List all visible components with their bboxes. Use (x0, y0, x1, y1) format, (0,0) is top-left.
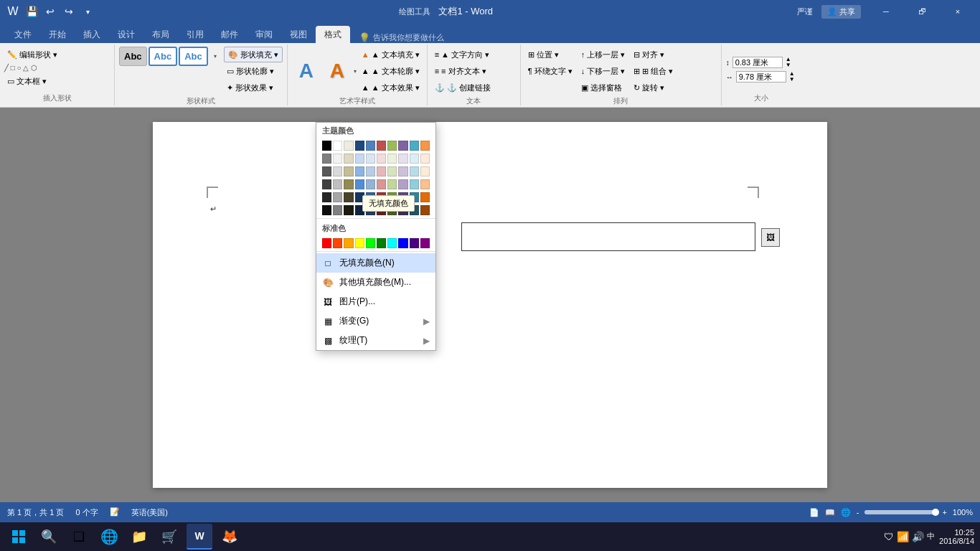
color-swatch[interactable] (355, 141, 364, 151)
standard-color-swatch[interactable] (344, 238, 353, 248)
texture-item[interactable]: ▩ 纹理(T) ▶ (316, 331, 435, 350)
other-fill-item[interactable]: 🎨 其他填充颜色(M)... (316, 273, 435, 292)
color-swatch[interactable] (366, 154, 375, 164)
word-taskbar-btn[interactable]: W (187, 524, 212, 550)
view-web[interactable]: 🌐 (841, 508, 851, 517)
tab-design[interactable]: 设计 (109, 26, 143, 43)
color-swatch[interactable] (344, 192, 353, 202)
help-btn[interactable]: 严谨 (797, 6, 813, 17)
view-normal[interactable]: 📄 (809, 508, 819, 517)
picture-item[interactable]: 🖼 图片(P)... (316, 292, 435, 311)
color-swatch[interactable] (377, 179, 386, 189)
color-swatch[interactable] (366, 166, 375, 176)
no-fill-item[interactable]: □ 无填充颜色(N) (316, 253, 435, 273)
undo-icon[interactable]: ↩ (43, 4, 57, 19)
color-swatch[interactable] (322, 179, 331, 189)
color-swatch[interactable] (366, 179, 375, 189)
color-swatch[interactable] (387, 154, 397, 164)
color-swatch[interactable] (355, 179, 364, 189)
color-swatch[interactable] (377, 141, 386, 151)
share-btn[interactable]: 👤 共享 (821, 5, 861, 19)
color-swatch[interactable] (377, 154, 386, 164)
color-swatch[interactable] (322, 166, 331, 176)
edge-btn[interactable]: 🌐 (96, 524, 122, 550)
color-swatch[interactable] (377, 166, 386, 176)
proofing-icon[interactable]: 📝 (110, 507, 120, 518)
width-spinner[interactable]: ▲ ▼ (789, 71, 795, 83)
redo-icon[interactable]: ↪ (62, 4, 76, 19)
wrap-text-btn[interactable]: ¶ 环绕文字 ▾ (525, 63, 575, 79)
text-outline-btn[interactable]: ▲ ▲ 文本轮廓 ▾ (359, 63, 423, 79)
zoom-out-icon[interactable]: - (857, 508, 859, 517)
color-swatch[interactable] (398, 179, 407, 189)
search-box[interactable]: 告诉我你想要做什么 (373, 32, 444, 43)
color-swatch[interactable] (333, 205, 342, 215)
zoom-slider[interactable] (864, 510, 936, 514)
standard-color-swatch[interactable] (333, 238, 342, 248)
standard-color-swatch[interactable] (410, 238, 419, 248)
color-swatch[interactable] (322, 154, 331, 164)
color-swatch[interactable] (410, 179, 419, 189)
color-swatch[interactable] (410, 166, 419, 176)
standard-color-swatch[interactable] (355, 238, 364, 248)
tab-review[interactable]: 审阅 (247, 26, 281, 43)
color-swatch[interactable] (355, 166, 364, 176)
zoom-level[interactable]: 100% (953, 508, 973, 517)
image-handle-btn[interactable]: 🖼 (761, 228, 780, 247)
color-swatch[interactable] (344, 205, 353, 215)
text-effect-btn[interactable]: ▲ ▲ 文本效果 ▾ (359, 80, 423, 95)
zoom-in-icon[interactable]: + (942, 508, 946, 517)
color-swatch[interactable] (322, 205, 331, 215)
tab-references[interactable]: 引用 (178, 26, 212, 43)
minimize-btn[interactable]: ─ (870, 0, 903, 23)
maximize-btn[interactable]: 🗗 (905, 0, 938, 23)
tab-format[interactable]: 格式 (316, 26, 350, 43)
send-backward-btn[interactable]: ↓ 下移一层 ▾ (578, 63, 628, 79)
art-style-a1[interactable]: A (292, 57, 321, 85)
start-btn[interactable] (6, 524, 32, 550)
color-swatch[interactable] (344, 166, 353, 176)
abc-style-1[interactable]: Abc (119, 47, 147, 66)
color-swatch[interactable] (333, 192, 342, 202)
color-swatch[interactable] (420, 154, 430, 164)
shapes-palette[interactable]: ╱ □ ○ △ ⬡ (4, 64, 76, 72)
search-btn[interactable]: 🔍 (36, 524, 62, 550)
align-text-btn[interactable]: ≡ ≡ 对齐文本 ▾ (432, 63, 494, 79)
selection-pane-btn[interactable]: ▣ 选择窗格 (578, 80, 628, 95)
page-count[interactable]: 第 1 页，共 1 页 (7, 507, 64, 518)
position-btn[interactable]: ⊞ 位置 ▾ (525, 47, 575, 62)
color-swatch[interactable] (366, 141, 375, 151)
color-swatch[interactable] (387, 166, 397, 176)
color-swatch[interactable] (398, 154, 407, 164)
group-btn[interactable]: ⊞ ⊞ 组合 ▾ (631, 63, 676, 79)
clock[interactable]: 10:25 2016/8/14 (939, 528, 974, 545)
standard-color-swatch[interactable] (322, 238, 331, 248)
color-swatch[interactable] (387, 141, 397, 151)
color-swatch[interactable] (398, 141, 407, 151)
color-swatch[interactable] (333, 179, 342, 189)
save-icon[interactable]: 💾 (24, 4, 39, 19)
tab-insert[interactable]: 插入 (75, 26, 109, 43)
abc-style-2[interactable]: Abc (149, 47, 178, 66)
color-swatch[interactable] (398, 166, 407, 176)
standard-color-swatch[interactable] (366, 238, 375, 248)
standard-color-swatch[interactable] (420, 238, 430, 248)
color-swatch[interactable] (410, 141, 419, 151)
color-swatch[interactable] (333, 154, 342, 164)
art-style-a2[interactable]: A (323, 57, 352, 85)
text-direction-btn[interactable]: ≡ ▲ 文字方向 ▾ (432, 47, 494, 62)
more-styles-btn[interactable]: ▾ (209, 47, 221, 66)
close-btn[interactable]: × (941, 0, 974, 23)
text-box-element[interactable] (461, 222, 755, 251)
tab-mailings[interactable]: 邮件 (212, 26, 247, 43)
tab-home[interactable]: 开始 (40, 26, 75, 43)
explorer-btn[interactable]: 📁 (126, 524, 152, 550)
width-input[interactable] (736, 71, 786, 83)
height-spinner[interactable]: ▲ ▼ (786, 57, 791, 68)
firefox-btn[interactable]: 🦊 (217, 524, 242, 550)
shape-fill-btn[interactable]: 🎨 形状填充 ▾ (224, 47, 283, 62)
view-reading[interactable]: 📖 (825, 508, 835, 517)
customize-icon[interactable]: ▾ (80, 4, 95, 19)
create-link-btn[interactable]: ⚓ ⚓ 创建链接 (432, 80, 494, 95)
rotate-btn[interactable]: ↻ 旋转 ▾ (631, 80, 676, 95)
